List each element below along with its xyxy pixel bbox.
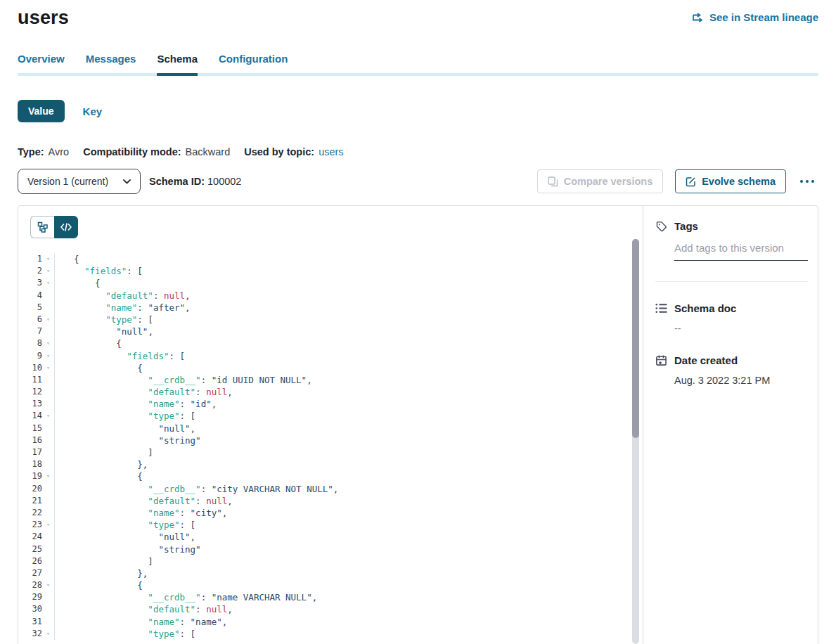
line-number: 32 (32, 628, 42, 640)
editor-scrollbar-track[interactable] (632, 239, 639, 644)
code-line: 23▾ "type": [ (18, 519, 643, 531)
stream-lineage-icon (692, 13, 705, 22)
line-number: 11 (32, 374, 42, 386)
code-text: "null", (55, 531, 195, 543)
code-line: 29 "__crdb__": "name VARCHAR NULL", (18, 591, 643, 603)
code-text: { (55, 362, 143, 374)
tag-icon (655, 220, 667, 232)
fold-arrow-icon[interactable]: ▾ (42, 314, 54, 326)
ellipsis-icon (800, 180, 803, 183)
line-number: 20 (32, 483, 42, 495)
list-icon (655, 303, 667, 314)
code-line: 11 "__crdb__": "id UUID NOT NULL", (18, 374, 643, 386)
code-line: 3▾ { (18, 277, 643, 289)
code-line: 12 "default": null, (18, 386, 643, 398)
code-text: "__crdb__": "id UUID NOT NULL", (55, 374, 312, 386)
compare-versions-label: Compare versions (564, 176, 653, 187)
more-options-button[interactable] (796, 176, 818, 187)
code-text: }, (55, 458, 148, 470)
line-number: 3 (37, 277, 42, 289)
date-created-heading: Date created (674, 354, 738, 366)
value-toggle-button[interactable]: Value (18, 100, 65, 122)
code-line: 7 "null", (18, 326, 643, 337)
fold-arrow-icon[interactable]: ▾ (42, 337, 54, 349)
code-text: "__crdb__": "name VARCHAR NULL", (55, 591, 317, 603)
compatibility-label: Compatibility mode: (83, 146, 181, 157)
fold-arrow-icon[interactable]: ▾ (42, 362, 54, 374)
code-text: "default": null, (55, 386, 233, 398)
code-text: "string" (55, 434, 201, 446)
line-number: 16 (32, 434, 42, 446)
stream-lineage-label: See in Stream lineage (709, 11, 818, 23)
code-text: { (55, 277, 101, 289)
code-text: { (55, 337, 122, 349)
code-line: 14▾ "type": [ (18, 410, 643, 422)
stream-lineage-link[interactable]: See in Stream lineage (692, 11, 818, 23)
line-number: 2 (37, 265, 42, 277)
code-line: 15 "null", (18, 423, 643, 434)
fold-arrow-icon[interactable]: ▾ (42, 253, 54, 265)
evolve-schema-button[interactable]: Evolve schema (675, 169, 786, 193)
type-label: Type: (18, 146, 44, 157)
code-line: 13 "name": "id", (18, 398, 643, 410)
compare-versions-button[interactable]: Compare versions (537, 169, 664, 193)
line-number: 14 (32, 410, 42, 422)
tab-configuration[interactable]: Configuration (219, 53, 288, 76)
tree-view-button[interactable] (30, 216, 54, 238)
fold-arrow-icon[interactable]: ▾ (42, 265, 54, 277)
code-text: { (55, 579, 143, 591)
code-line: 21 "default": null, (18, 495, 643, 507)
code-text: "null", (55, 423, 195, 434)
version-select[interactable]: Version 1 (current) (18, 169, 141, 194)
tags-heading-row: Tags (655, 220, 808, 232)
code-line: 4 "default": null, (18, 290, 643, 302)
code-line: 19▾ { (18, 470, 643, 482)
line-number: 10 (32, 362, 42, 374)
code-line: 16 "string" (18, 434, 643, 446)
code-line: 17 ] (18, 446, 643, 458)
code-line: 5 "name": "after", (18, 302, 643, 314)
compare-icon (548, 176, 558, 187)
line-number: 26 (32, 555, 42, 567)
tab-schema[interactable]: Schema (157, 53, 198, 76)
schema-controls-row: Version 1 (current) Schema ID: 100002 Co… (18, 169, 818, 194)
topic-link[interactable]: users (319, 146, 343, 157)
tab-messages[interactable]: Messages (86, 53, 136, 76)
schema-sidebar: Tags Schema doc -- (643, 206, 818, 644)
value-key-toggle: Value Key (18, 100, 818, 122)
fold-arrow-icon[interactable]: ▾ (42, 277, 54, 289)
line-number: 1 (37, 253, 42, 265)
code-line: 31 "name": "name", (18, 616, 643, 628)
code-text: "name": "id", (55, 398, 217, 410)
page-header: users See in Stream lineage (18, 7, 818, 29)
fold-arrow-icon[interactable]: ▾ (42, 470, 54, 482)
code-view-icon (60, 223, 72, 231)
code-text: "name": "name", (55, 616, 227, 628)
fold-arrow-icon[interactable]: ▾ (42, 628, 54, 640)
page-title: users (18, 7, 69, 29)
line-number: 27 (32, 567, 42, 579)
code-line: 2▾ "fields": [ (18, 265, 643, 277)
code-text: "type": [ (55, 628, 195, 640)
line-number: 15 (32, 423, 42, 434)
schema-id: Schema ID: 100002 (149, 176, 241, 187)
fold-arrow-icon[interactable]: ▾ (42, 350, 54, 362)
editor-scrollbar-thumb[interactable] (632, 239, 639, 438)
fold-arrow-icon[interactable]: ▾ (42, 579, 54, 591)
line-number: 22 (32, 507, 42, 519)
code-line: 32▾ "type": [ (18, 628, 643, 640)
line-number: 5 (37, 302, 42, 314)
code-text: "__crdb__": "city VARCHAR NOT NULL", (55, 483, 338, 495)
fold-arrow-icon[interactable]: ▾ (42, 519, 54, 531)
code-line: 30 "default": null, (18, 603, 643, 615)
add-tags-input[interactable] (674, 242, 808, 261)
schema-id-value: 100002 (207, 176, 241, 187)
code-view-button[interactable] (54, 216, 78, 238)
key-toggle-link[interactable]: Key (83, 105, 103, 117)
tab-overview[interactable]: Overview (18, 53, 65, 76)
date-created-value: Aug. 3 2022 3:21 PM (674, 375, 808, 386)
code-line: 18 }, (18, 458, 643, 470)
code-text: ] (55, 446, 153, 458)
line-number: 28 (32, 579, 42, 591)
fold-arrow-icon[interactable]: ▾ (42, 410, 54, 422)
